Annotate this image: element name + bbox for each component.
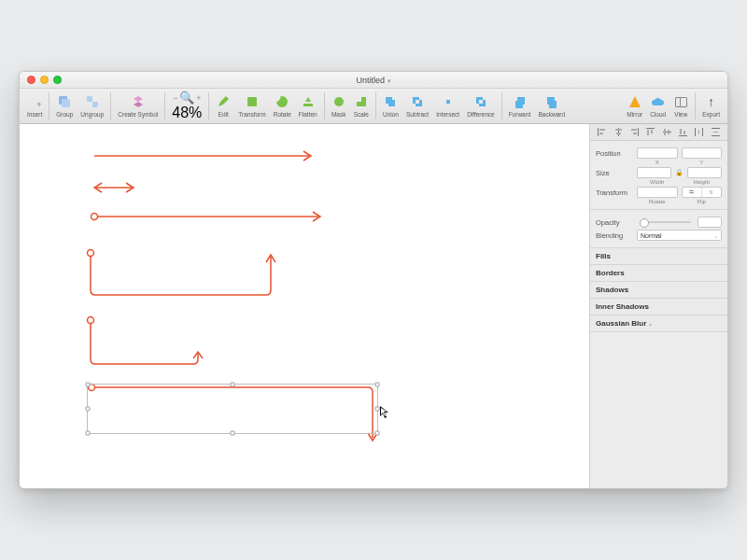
svg-rect-23 xyxy=(631,129,637,131)
svg-rect-25 xyxy=(646,128,655,129)
svg-rect-24 xyxy=(633,133,637,134)
union-button[interactable]: Union xyxy=(379,94,402,118)
svg-rect-20 xyxy=(615,129,622,131)
group-button[interactable]: Group xyxy=(52,94,77,118)
insert-button[interactable]: + Insert xyxy=(23,94,46,118)
svg-rect-32 xyxy=(680,129,682,134)
align-left-icon[interactable] xyxy=(597,128,608,137)
selection-box[interactable] xyxy=(87,384,378,434)
title-bar: Untitled ▾ xyxy=(20,72,727,89)
export-button[interactable]: ↑Export xyxy=(698,89,724,123)
svg-rect-31 xyxy=(679,135,687,136)
svg-point-13 xyxy=(88,250,94,257)
align-bottom-icon[interactable] xyxy=(678,128,689,137)
size-height-field[interactable] xyxy=(687,167,722,178)
cloud-button[interactable]: Cloud xyxy=(646,94,669,118)
svg-rect-38 xyxy=(713,132,718,133)
svg-rect-17 xyxy=(599,129,605,131)
intersect-button[interactable]: Intersect xyxy=(432,94,463,118)
svg-point-12 xyxy=(92,214,98,220)
close-button[interactable] xyxy=(27,76,35,84)
minimize-button[interactable] xyxy=(40,76,49,84)
blending-select[interactable]: Normal⌄ xyxy=(637,230,722,241)
svg-rect-37 xyxy=(712,128,720,129)
svg-rect-18 xyxy=(599,133,603,134)
svg-rect-2 xyxy=(87,96,92,102)
forward-button[interactable]: Forward xyxy=(505,94,535,118)
position-label: Position xyxy=(596,149,633,158)
lock-icon[interactable]: 🔒 xyxy=(675,169,684,176)
toolbar: + Insert Group Ungroup Create Symbol −🔍+ xyxy=(20,89,727,124)
distribute-v-icon[interactable] xyxy=(710,128,721,137)
svg-rect-21 xyxy=(616,133,621,134)
opacity-label: Opacity xyxy=(596,218,633,227)
app-window: Untitled ▾ + Insert Group Ungroup Cre xyxy=(19,71,728,489)
size-label: Size xyxy=(596,169,633,177)
svg-rect-3 xyxy=(92,102,98,107)
inspector-panel: Position XY Size🔒 WidthHeight Transform⇋… xyxy=(589,124,727,488)
zoom-button[interactable] xyxy=(53,76,62,84)
traffic-lights xyxy=(20,76,62,84)
create-symbol-button[interactable]: Create Symbol xyxy=(114,94,162,118)
svg-rect-5 xyxy=(303,104,313,106)
inner-shadows-section[interactable]: Inner Shadows xyxy=(590,299,727,315)
distribute-h-icon[interactable] xyxy=(694,128,705,137)
mask-button[interactable]: Mask xyxy=(328,94,350,118)
align-top-icon[interactable] xyxy=(645,128,656,137)
svg-point-14 xyxy=(88,317,94,324)
ungroup-button[interactable]: Ungroup xyxy=(77,94,107,118)
svg-rect-1 xyxy=(62,99,70,107)
geometry-panel: Position XY Size🔒 WidthHeight Transform⇋… xyxy=(590,141,727,210)
window-title: Untitled ▾ xyxy=(20,76,727,85)
flatten-button[interactable]: Flatten xyxy=(295,94,321,118)
svg-rect-22 xyxy=(638,128,639,136)
gaussian-blur-section[interactable]: Gaussian Blur ⌄ xyxy=(590,315,727,332)
align-center-v-icon[interactable] xyxy=(661,128,672,137)
position-y-field[interactable] xyxy=(682,147,723,159)
fills-section[interactable]: Fills xyxy=(590,248,727,265)
opacity-field[interactable] xyxy=(698,217,722,228)
subtract-button[interactable]: Subtract xyxy=(402,94,432,118)
scale-button[interactable]: Scale xyxy=(350,94,373,118)
svg-rect-33 xyxy=(684,131,685,134)
svg-rect-16 xyxy=(598,128,599,136)
position-x-field[interactable] xyxy=(637,147,678,159)
flip-segment[interactable]: ⇋⥮ xyxy=(682,187,723,198)
view-button[interactable]: View xyxy=(669,94,692,118)
blending-label: Blending xyxy=(596,231,633,240)
size-width-field[interactable] xyxy=(637,167,671,178)
svg-rect-11 xyxy=(549,101,557,108)
backward-button[interactable]: Backward xyxy=(534,94,569,118)
transform-label: Transform xyxy=(596,189,633,197)
opacity-slider[interactable] xyxy=(640,221,691,223)
edit-button[interactable]: Edit xyxy=(212,94,234,118)
cursor-icon xyxy=(380,406,389,421)
align-controls[interactable] xyxy=(590,124,727,141)
borders-section[interactable]: Borders xyxy=(590,265,727,282)
svg-rect-26 xyxy=(647,130,649,135)
transform-button[interactable]: Transform xyxy=(234,94,269,118)
align-right-icon[interactable] xyxy=(628,128,640,137)
svg-rect-29 xyxy=(664,129,666,135)
svg-rect-7 xyxy=(446,100,450,104)
appearance-panel: Opacity BlendingNormal⌄ xyxy=(590,210,727,248)
mirror-button[interactable]: Mirror xyxy=(623,94,646,118)
svg-point-6 xyxy=(334,97,344,106)
difference-button[interactable]: Difference xyxy=(463,94,499,118)
svg-rect-4 xyxy=(247,97,257,106)
align-center-h-icon[interactable] xyxy=(613,128,624,137)
shadows-section[interactable]: Shadows xyxy=(590,282,727,299)
rotate-field[interactable] xyxy=(637,187,678,198)
svg-rect-9 xyxy=(515,101,523,108)
svg-rect-30 xyxy=(668,130,669,134)
svg-rect-39 xyxy=(712,135,720,136)
content-area: Position XY Size🔒 WidthHeight Transform⇋… xyxy=(20,124,727,488)
svg-rect-35 xyxy=(698,130,699,134)
svg-rect-36 xyxy=(702,128,703,136)
rotate-button[interactable]: Rotate xyxy=(270,94,295,118)
svg-rect-27 xyxy=(651,130,653,133)
svg-rect-34 xyxy=(695,128,696,136)
zoom-control[interactable]: −🔍+ 48% xyxy=(168,89,205,123)
canvas[interactable] xyxy=(20,124,589,488)
